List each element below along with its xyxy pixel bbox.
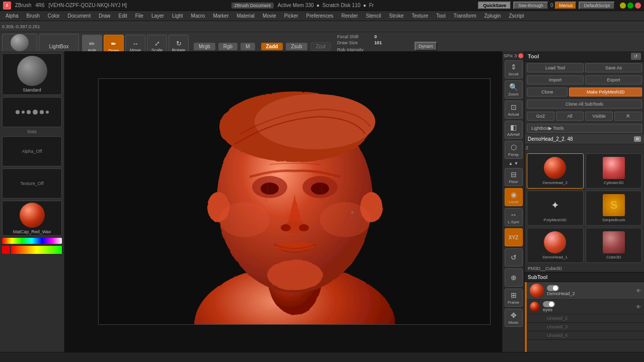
tool-item-demohead2[interactable]: DemoHead_2	[527, 153, 584, 189]
viewport-canvas[interactable]: +	[98, 78, 491, 325]
save-as-button[interactable]: Save As	[585, 63, 642, 72]
move-view-button[interactable]: ✥ Move	[505, 309, 523, 327]
maximize-button[interactable]	[627, 3, 633, 9]
import-button[interactable]: Import	[527, 75, 584, 84]
matcap-preview[interactable]: MatCap_Red_Wax	[2, 201, 62, 236]
menu-macro[interactable]: Macro	[188, 12, 209, 20]
texture-preview[interactable]: Texture_Off	[2, 168, 62, 199]
dynamic-button[interactable]: Dynam	[415, 42, 437, 51]
tool-item-demohead1[interactable]: DemoHead_1	[527, 228, 584, 263]
actual-button[interactable]: ⊡ Actual	[505, 101, 523, 119]
menu-layer[interactable]: Layer	[148, 12, 168, 20]
rotate-view-button[interactable]: ↺	[505, 248, 523, 266]
dot-2	[22, 111, 25, 114]
menu-tool[interactable]: Tool	[433, 12, 449, 20]
goz-button[interactable]: GoZ	[527, 112, 554, 121]
tool-item-cylinder3d[interactable]: Cylinder3D	[586, 153, 642, 189]
brush-preview[interactable]: Standard	[2, 53, 62, 95]
color-strip[interactable]	[2, 238, 62, 244]
cylinder3d-thumb	[603, 157, 625, 179]
persp-dn[interactable]: ▼	[514, 161, 519, 166]
xyz-button[interactable]: XYZ	[505, 228, 523, 246]
zcut-button[interactable]: Zcut	[310, 42, 331, 51]
tool-item-simplebrush[interactable]: S SimpleBrush	[586, 191, 642, 226]
menu-material[interactable]: Material	[233, 12, 259, 20]
dot-5	[40, 110, 44, 114]
menu-marker[interactable]: Marker	[209, 12, 232, 20]
color-swatch-red[interactable]	[2, 246, 10, 254]
refresh-button[interactable]: ↺	[631, 53, 641, 60]
tool-grid: DemoHead_2 Cylinder3D ✦ PolyMesh3D S Sim…	[525, 151, 644, 265]
subtool-header: SubTool	[525, 272, 644, 282]
menu-stencil[interactable]: Stencil	[362, 12, 384, 20]
eye-icon-demohead2[interactable]: 👁	[636, 288, 641, 294]
r-button[interactable]: R	[614, 112, 642, 121]
menu-movie[interactable]: Movie	[259, 12, 280, 20]
lsym-button[interactable]: ↔ L.Sym	[505, 208, 523, 226]
clone-all-button[interactable]: Clone All SubTools	[527, 100, 642, 109]
flip-button[interactable]: ⊕	[505, 268, 523, 287]
actual-label: Actual	[508, 112, 519, 117]
m-button[interactable]: M	[240, 43, 255, 50]
subtool-toggle-eyes[interactable]	[543, 301, 555, 307]
tool-item-polymesh3d[interactable]: ✦ PolyMesh3D	[527, 191, 584, 226]
make-polymesh-button[interactable]: Make PolyMesh3D	[569, 87, 642, 97]
seethrough-val: 0	[550, 3, 553, 8]
rotate-view-icon: ↺	[511, 253, 517, 261]
tool-item-cube3d[interactable]: Cube3D	[586, 228, 642, 263]
menu-brush[interactable]: Brush	[23, 12, 43, 20]
menus-button[interactable]: Menus	[555, 2, 577, 10]
lightbox-label: LightBox	[49, 44, 69, 49]
mrgb-button[interactable]: Mrgb	[194, 43, 215, 50]
all-button[interactable]: All	[556, 112, 584, 121]
default-script-button[interactable]: DefaultScript	[579, 2, 615, 10]
color-gradient[interactable]	[11, 246, 62, 254]
visible-button[interactable]: Visible	[585, 112, 613, 121]
menu-light[interactable]: Light	[169, 12, 187, 20]
eye-icon-eyes[interactable]: 👁	[636, 304, 641, 310]
dots-preview[interactable]	[2, 97, 62, 127]
move-icon: ↔	[132, 40, 139, 47]
persp-up[interactable]: ▲	[509, 161, 513, 166]
export-button[interactable]: Export	[585, 75, 642, 84]
lightbox-tools-button[interactable]: Lightbox▶ Tools	[527, 124, 642, 133]
subtool-item-eyes[interactable]: eyes 👁	[527, 300, 644, 314]
scroll-button[interactable]: ⇕ Scroll	[505, 60, 523, 78]
close-button[interactable]	[635, 3, 641, 9]
current-tool-row: DemoHead_2_2. 48 R	[525, 134, 644, 144]
menu-edit[interactable]: Edit	[115, 12, 131, 20]
menu-document[interactable]: Document	[64, 12, 95, 20]
subtool-toggle-demohead2[interactable]	[547, 285, 559, 291]
menu-stroke[interactable]: Stroke	[385, 12, 407, 20]
menu-texture[interactable]: Texture	[408, 12, 432, 20]
menu-zplugin[interactable]: Zplugin	[481, 12, 505, 20]
floor-button[interactable]: ⊟ Floor	[505, 168, 523, 186]
minimize-button[interactable]	[620, 3, 626, 9]
menu-draw[interactable]: Draw	[95, 12, 114, 20]
load-tool-button[interactable]: Load Tool	[527, 63, 584, 72]
tool-panel-title: Tool	[528, 53, 539, 59]
menu-preferences[interactable]: Preferences	[303, 12, 337, 20]
menu-file[interactable]: File	[132, 12, 147, 20]
local-button[interactable]: ◉ Local	[505, 188, 523, 206]
aahalf-button[interactable]: ◧ AAHalf	[505, 121, 523, 139]
pm-cube-label: PM3D__Cube3D	[525, 265, 644, 272]
import-export-row: Import Export	[525, 74, 644, 86]
menu-picker[interactable]: Picker	[281, 12, 302, 20]
rgb-button[interactable]: Rgb	[218, 43, 237, 50]
menu-render[interactable]: Render	[338, 12, 362, 20]
menu-alpha[interactable]: Alpha	[2, 12, 22, 20]
zoom-button[interactable]: 🔍 Zoom	[505, 80, 523, 99]
menu-color[interactable]: Color	[44, 12, 63, 20]
frame-button[interactable]: ⊞ Frame	[505, 289, 523, 307]
zsub-button[interactable]: Zsub	[286, 43, 307, 50]
alpha-preview[interactable]: Alpha_Off	[2, 136, 62, 166]
menu-transform[interactable]: Transform	[450, 12, 479, 20]
subtool-item-demohead2[interactable]: DemoHead_2 👁	[527, 282, 644, 300]
quicksave-button[interactable]: QuickSave	[478, 2, 511, 10]
clone-button[interactable]: Clone	[527, 87, 568, 97]
zadd-button[interactable]: Zadd	[261, 43, 283, 50]
persp-button[interactable]: ⬡ Persp	[505, 141, 523, 159]
menu-zscript[interactable]: Zscript	[505, 12, 527, 20]
seethrough-button[interactable]: See-through	[513, 2, 548, 10]
